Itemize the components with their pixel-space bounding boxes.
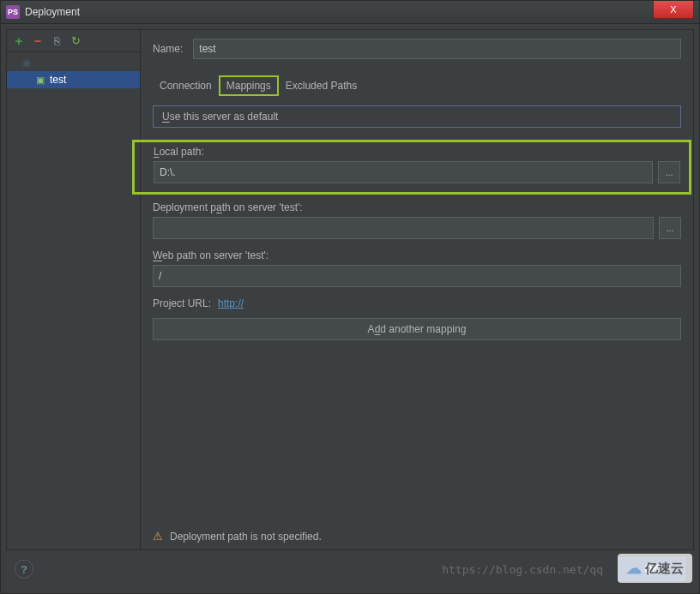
remove-icon[interactable]: − [31, 34, 45, 48]
local-path-input[interactable] [154, 161, 653, 183]
settings-panel: Name: Connection Mappings Excluded Paths… [141, 30, 693, 549]
warning-text: Deployment path is not specified. [170, 531, 322, 543]
browse-local-button[interactable]: ... [658, 161, 680, 183]
tab-excluded-paths[interactable]: Excluded Paths [279, 76, 364, 95]
app-icon: PS [6, 5, 20, 19]
refresh-icon[interactable]: ↻ [69, 34, 82, 48]
watermark-text: https://blog.csdn.net/qq [442, 563, 603, 576]
close-button[interactable]: X [653, 1, 694, 19]
copy-icon[interactable]: ⎘ [50, 34, 63, 48]
name-input[interactable] [193, 39, 681, 59]
brand-label: 亿速云 [645, 561, 684, 577]
project-url-link[interactable]: http:// [218, 297, 244, 309]
tab-connection[interactable]: Connection [153, 76, 219, 95]
deployment-path-input[interactable] [153, 217, 654, 239]
cloud-icon: ☁ [626, 559, 642, 578]
web-path-label: Web path on server 'test': [153, 249, 681, 261]
help-button[interactable]: ? [15, 560, 33, 579]
sidebar: + − ⎘ ↻ ● ▣ test [7, 30, 141, 549]
add-icon[interactable]: + [12, 34, 26, 48]
server-icon: ● [21, 57, 33, 69]
titlebar: PS Deployment X [1, 1, 699, 24]
tabs: Connection Mappings Excluded Paths [153, 75, 681, 97]
spacer [153, 340, 681, 525]
use-as-default-button[interactable]: Use this server as default [153, 105, 681, 128]
local-path-row: ... [154, 161, 680, 183]
tree-item[interactable]: ● [7, 54, 140, 71]
dialog-footer: ? https://blog.csdn.net/qq OK [6, 550, 694, 588]
body-area: + − ⎘ ↻ ● ▣ test [1, 24, 699, 593]
content-wrap: + − ⎘ ↻ ● ▣ test [6, 29, 694, 550]
project-url-row: Project URL: http:// [153, 297, 681, 309]
tab-mappings[interactable]: Mappings [219, 75, 279, 96]
web-path-section: Web path on server 'test': [153, 249, 681, 287]
tree-item-label: test [50, 74, 66, 86]
deployment-path-row: ... [153, 217, 681, 239]
brand-watermark: ☁ 亿速云 [618, 554, 692, 583]
main-split: + − ⎘ ↻ ● ▣ test [7, 30, 693, 549]
web-path-row [153, 265, 681, 287]
name-row: Name: [153, 39, 681, 59]
name-label: Name: [153, 43, 183, 55]
warning-row: ⚠ Deployment path is not specified. [153, 530, 681, 543]
project-url-label: Project URL: [153, 297, 211, 309]
deployment-path-label: Deployment path on server 'test': [153, 201, 681, 213]
close-icon: X [670, 4, 676, 15]
web-path-input[interactable] [153, 265, 681, 287]
warning-icon: ⚠ [153, 530, 163, 543]
browse-deployment-button[interactable]: ... [659, 217, 681, 239]
local-path-label: Local path: [154, 146, 680, 158]
deployment-dialog: PS Deployment X + − ⎘ ↻ ● [0, 0, 700, 594]
server-icon: ▣ [34, 74, 46, 86]
sidebar-toolbar: + − ⎘ ↻ [7, 30, 140, 52]
deployment-path-section: Deployment path on server 'test': ... [153, 201, 681, 239]
server-tree: ● ▣ test [7, 52, 140, 88]
mnemonic: U [162, 111, 170, 123]
tree-item-test[interactable]: ▣ test [7, 71, 140, 88]
local-path-block: Local path: ... [132, 140, 691, 195]
window-title: Deployment [25, 6, 653, 18]
add-mapping-button[interactable]: Add another mapping [153, 318, 681, 340]
